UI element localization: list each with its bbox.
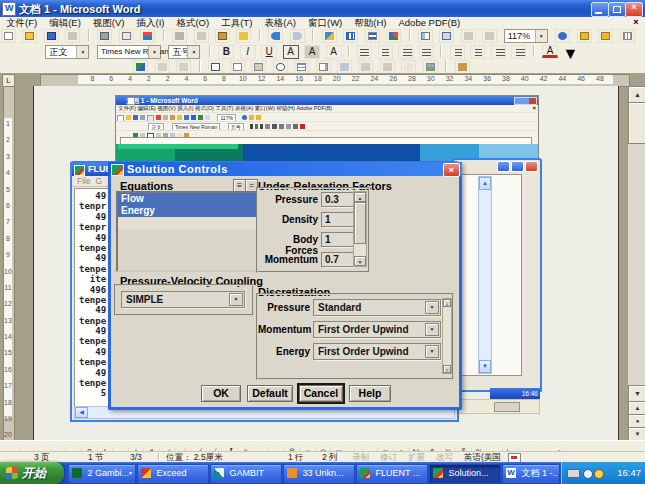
image-control-icon[interactable]	[423, 60, 438, 74]
help-icon[interactable]	[555, 29, 570, 43]
pressure-factor-field[interactable]: 0.3	[321, 192, 354, 207]
task-group-arrow-icon[interactable]: ▼	[128, 465, 133, 482]
style-combo[interactable]: 正文 ▼	[45, 45, 89, 59]
energy-scheme-dropdown[interactable]: First Order Upwind ▼	[313, 343, 441, 360]
disc-scroll-up-icon[interactable]: ▲	[443, 299, 451, 307]
increase-indent-button[interactable]	[511, 45, 526, 59]
menu-item[interactable]: 工具(T)	[215, 17, 258, 28]
cancel-button[interactable]: Cancel	[299, 385, 343, 402]
disc-scroll-down-icon[interactable]: ▼	[443, 365, 451, 373]
style-dropdown-icon[interactable]: ▼	[76, 46, 88, 58]
task-exceed[interactable]: Exceed	[137, 464, 209, 484]
dialog-titlebar[interactable]: Solution Controls ×	[108, 162, 462, 176]
insert-columns-icon[interactable]	[365, 29, 380, 43]
bullets-button[interactable]	[470, 45, 485, 59]
menu-item[interactable]: Adobe PDF(B)	[392, 17, 466, 28]
pressure-scheme-dropdown[interactable]: Standard ▼	[313, 299, 441, 316]
momentum-factor-field[interactable]: 0.7	[321, 252, 354, 267]
numbering-button[interactable]	[450, 45, 465, 59]
character-shading-button[interactable]: A	[304, 45, 320, 59]
bold-button[interactable]: B	[218, 45, 234, 59]
dialog-close-button[interactable]: ×	[443, 163, 460, 177]
scroll-down-icon[interactable]: ▼	[628, 385, 645, 402]
grid-icon[interactable]	[620, 29, 635, 43]
open-icon[interactable]	[22, 29, 37, 43]
font-combo[interactable]: Times New Roman ▼	[97, 45, 161, 59]
scrollbar-thumb[interactable]	[628, 102, 645, 144]
menu-item[interactable]: 格式(O)	[170, 17, 215, 28]
console-scroll-left-icon[interactable]: ◀	[75, 407, 88, 418]
size-dropdown-icon[interactable]: ▼	[187, 46, 199, 58]
task-unknown[interactable]: 33 Unkn...	[283, 464, 355, 484]
horizontal-ruler[interactable]: 8642246810121416182022242628303234363840…	[0, 73, 645, 86]
urf-scroll-down-icon[interactable]: ▼	[354, 256, 366, 266]
show-marks-icon[interactable]	[439, 29, 454, 43]
font-dropdown-icon[interactable]: ▼	[148, 46, 160, 58]
size-combo[interactable]: 五号 ▼	[168, 45, 200, 59]
close-button[interactable]: ×	[625, 2, 643, 17]
default-button[interactable]: Default	[247, 385, 293, 402]
new-document-icon[interactable]	[1, 29, 16, 43]
drawing-icon[interactable]	[386, 29, 401, 43]
task-gambit[interactable]: GAMBIT	[210, 464, 282, 484]
menu-item[interactable]: 窗口(W)	[302, 17, 348, 28]
print-icon[interactable]	[97, 29, 112, 43]
align-left-button[interactable]	[357, 45, 372, 59]
start-button[interactable]: 开始	[0, 462, 64, 484]
density-factor-field[interactable]: 1	[321, 212, 354, 227]
design-mode-icon[interactable]	[133, 60, 148, 74]
menu-item[interactable]: 编辑(E)	[43, 17, 87, 28]
menu-item[interactable]: 帮助(H)	[348, 17, 392, 28]
decrease-indent-button[interactable]	[491, 45, 506, 59]
paste-icon[interactable]	[215, 29, 230, 43]
tray-icon-2[interactable]	[594, 469, 604, 479]
momentum-scheme-dropdown-icon[interactable]: ▼	[425, 323, 439, 336]
combobox-control-icon[interactable]	[316, 60, 331, 74]
more-controls-icon[interactable]	[455, 60, 470, 74]
energy-scheme-dropdown-icon[interactable]: ▼	[425, 345, 439, 358]
align-center-button[interactable]	[378, 45, 393, 59]
undo-icon[interactable]	[268, 29, 283, 43]
save-icon[interactable]	[44, 29, 59, 43]
urf-scrollbar-thumb[interactable]	[354, 202, 366, 244]
read-layout2-icon[interactable]	[598, 29, 613, 43]
urf-scroll-up-icon[interactable]: ▲	[354, 192, 366, 202]
align-right-button[interactable]	[398, 45, 413, 59]
equations-item-flow[interactable]: Flow	[118, 193, 256, 205]
minimize-button[interactable]	[591, 2, 609, 17]
restore-button[interactable]	[608, 2, 626, 17]
format-painter-icon[interactable]	[236, 29, 251, 43]
properties-icon[interactable]	[155, 60, 170, 74]
cut-icon[interactable]	[172, 29, 187, 43]
scroll-up-icon[interactable]: ▲	[628, 86, 645, 103]
menu-item[interactable]: 插入(I)	[130, 17, 170, 28]
equations-item-energy[interactable]: Energy	[118, 205, 256, 217]
toggle-control-icon[interactable]	[337, 60, 352, 74]
document-close-icon[interactable]: ×	[630, 17, 642, 27]
insert-table-icon[interactable]	[343, 29, 358, 43]
align-justify-button[interactable]	[419, 45, 434, 59]
listbox-control-icon[interactable]	[294, 60, 309, 74]
option-button-control-icon[interactable]	[273, 60, 288, 74]
ok-button[interactable]: OK	[201, 385, 241, 402]
vertical-scrollbar[interactable]: ▲ ▼ ▲ ● ▼	[628, 86, 645, 440]
read-layout-icon[interactable]	[577, 29, 592, 43]
scrollbar-control-icon[interactable]	[380, 60, 395, 74]
italic-button[interactable]: I	[240, 45, 256, 59]
pv-coupling-dropdown-icon[interactable]: ▼	[229, 293, 243, 306]
document-map-icon[interactable]	[418, 29, 433, 43]
command-button-control-icon[interactable]	[251, 60, 266, 74]
menu-item[interactable]: 文件(F)	[0, 17, 43, 28]
label-control-icon[interactable]	[401, 60, 416, 74]
superscript-icon[interactable]	[461, 29, 476, 43]
font-color-dropdown-icon[interactable]: ▼	[562, 45, 571, 57]
view-code-icon[interactable]	[176, 60, 191, 74]
spelling-icon[interactable]	[140, 29, 155, 43]
pressure-scheme-dropdown-icon[interactable]: ▼	[425, 301, 439, 314]
permission-icon[interactable]	[65, 29, 80, 43]
discretization-scrollbar[interactable]: ▲ ▼	[442, 298, 452, 374]
menu-item[interactable]: 表格(A)	[258, 17, 302, 28]
print-preview-icon[interactable]	[119, 29, 134, 43]
formula-icon[interactable]	[482, 29, 497, 43]
vertical-ruler[interactable]: 1234567891011121314151617181920	[0, 86, 16, 440]
